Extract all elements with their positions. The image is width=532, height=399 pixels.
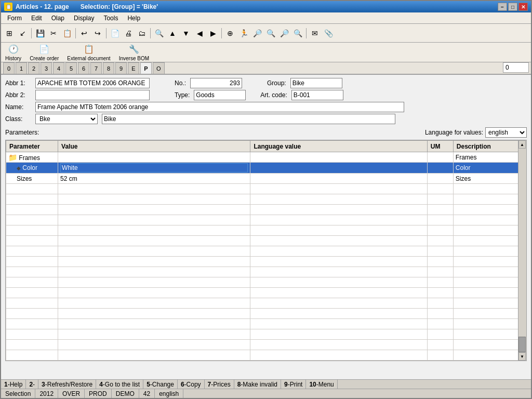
minimize-button[interactable]: − [498, 3, 507, 11]
tab-4[interactable]: 4 [53, 62, 64, 74]
menu-help[interactable]: Help [123, 14, 144, 23]
tab-p[interactable]: P [140, 62, 152, 74]
table-row-empty [6, 225, 526, 236]
tab-6[interactable]: 6 [78, 62, 89, 74]
toolbar-undo-btn[interactable]: ↩ [78, 27, 90, 39]
menu-edit[interactable]: Edit [27, 14, 46, 23]
table-row[interactable]: 📁 Frames Frames [6, 152, 526, 163]
shortcut-7[interactable]: 7-Prices [205, 380, 234, 389]
tab-5[interactable]: 5 [65, 62, 77, 74]
menu-form[interactable]: Form [3, 14, 26, 23]
toolbar-add-btn[interactable]: ⊕ [224, 27, 236, 39]
external-document-button[interactable]: 📋 External document [65, 43, 112, 62]
table-scrollbar[interactable]: ▲ ▼ [518, 140, 526, 361]
cell-value: 52 cm [58, 174, 250, 184]
scroll-thumb[interactable] [518, 337, 526, 352]
menu-tools[interactable]: Tools [99, 14, 122, 23]
cell-parameter: ◆ Color [6, 163, 58, 174]
maximize-button[interactable]: □ [508, 3, 517, 11]
art-code-label: Art. code: [260, 91, 287, 99]
toolbar-save-btn[interactable]: 💾 [34, 27, 46, 39]
tab-1[interactable]: 1 [16, 62, 27, 74]
tab-2[interactable]: 2 [28, 62, 39, 74]
cell-lang-value [250, 174, 427, 184]
params-table-container: Parameter Value Language value UM Descri… [5, 140, 527, 361]
toolbar-redo-btn[interactable]: ↪ [91, 27, 104, 39]
toolbar-srch3-btn[interactable]: 🔎 [278, 27, 290, 39]
table-row-empty [6, 350, 526, 361]
shortcut-3[interactable]: 3-Refresh/Restore [38, 380, 96, 389]
toolbar-srch2-btn[interactable]: 🔍 [264, 27, 277, 39]
abbr2-input[interactable] [35, 90, 150, 100]
inverse-bom-button[interactable]: 🔧 Inverse BOM [117, 43, 151, 62]
tab-0[interactable]: 0 [3, 62, 15, 74]
inverse-bom-label: Inverse BOM [119, 56, 149, 61]
status-num: 42 [139, 389, 155, 398]
create-order-button[interactable]: 📄 Create order [28, 43, 61, 62]
tab-o[interactable]: O [153, 62, 165, 74]
abbr1-input[interactable] [35, 78, 150, 88]
shortcut-5[interactable]: 5-Change [143, 380, 178, 389]
toolbar-new-btn[interactable]: 📄 [109, 27, 121, 39]
menu-olap[interactable]: Olap [47, 14, 69, 23]
toolbar-print-btn[interactable]: 🖨 [122, 27, 135, 39]
selection-text: Selection: [Group] = 'Bike' [81, 3, 158, 10]
group-input[interactable] [290, 78, 342, 88]
tab-9[interactable]: 9 [115, 62, 127, 74]
toolbar-attach-btn[interactable]: 📎 [322, 27, 335, 39]
class-row: Class: Bke [5, 114, 527, 124]
tab-8[interactable]: 8 [103, 62, 114, 74]
shortcut-2[interactable]: 2- [26, 380, 38, 389]
toolbar-up-btn[interactable]: ▲ [166, 27, 179, 39]
toolbar-down-btn[interactable]: ↙ [17, 27, 29, 39]
toolbar-srch4-btn[interactable]: 🔍 [291, 27, 304, 39]
menu-display[interactable]: Display [70, 14, 98, 23]
tab-e[interactable]: E [128, 62, 139, 74]
name-input[interactable] [35, 102, 404, 112]
toolbar-grid-btn[interactable]: ⊞ [3, 27, 16, 39]
title-text: Articles - 12. page [16, 3, 69, 10]
scroll-down-arrow[interactable]: ▼ [518, 352, 526, 361]
toolbar-sep2 [75, 28, 76, 38]
tab-7[interactable]: 7 [90, 62, 102, 74]
table-row[interactable]: ◆ Color Color [6, 163, 526, 174]
cell-value[interactable] [58, 163, 250, 174]
shortcut-8[interactable]: 8-Make invalid [234, 380, 281, 389]
toolbar-filter-btn[interactable]: 🔍 [153, 27, 165, 39]
history-button[interactable]: 🕐 History [3, 43, 23, 62]
toolbar-email-btn[interactable]: ✉ [309, 27, 321, 39]
shortcut-9[interactable]: 9-Print [281, 380, 306, 389]
table-row-empty [6, 267, 526, 277]
type-input[interactable] [194, 90, 246, 100]
toolbar-srch1-btn[interactable]: 🔎 [251, 27, 263, 39]
toolbar-dn-btn[interactable]: ▼ [180, 27, 192, 39]
tab-counter: 0 [503, 62, 529, 73]
shortcut-6[interactable]: 6-Copy [178, 380, 205, 389]
scroll-up-arrow[interactable]: ▲ [518, 140, 526, 149]
diamond-icon: ◆ [17, 165, 21, 171]
tab-3[interactable]: 3 [41, 62, 52, 74]
cell-description: Frames [453, 152, 526, 163]
shortcut-4[interactable]: 4-Go to the list [96, 380, 143, 389]
table-row-empty [6, 246, 526, 257]
toolbar-prev-btn[interactable]: ◀ [193, 27, 206, 39]
class-desc-input[interactable] [102, 114, 395, 124]
toolbar-next-btn[interactable]: ▶ [207, 27, 219, 39]
lang-select[interactable]: english german french [485, 127, 527, 138]
table-row-empty [6, 298, 526, 309]
close-button[interactable]: ✕ [518, 3, 528, 11]
shortcut-1[interactable]: 1-Help [1, 380, 26, 389]
no-input[interactable] [190, 78, 242, 88]
app-icon: 📋 [4, 3, 12, 11]
table-row[interactable]: Sizes 52 cm Sizes [6, 174, 526, 184]
art-code-input[interactable] [291, 90, 343, 100]
shortcut-10[interactable]: 10-Menu [306, 380, 337, 389]
history-icon: 🕐 [7, 44, 20, 55]
toolbar-copy-btn[interactable]: 📋 [61, 27, 73, 39]
toolbar-cut-btn[interactable]: ✂ [47, 27, 60, 39]
color-value-input[interactable] [60, 163, 248, 172]
col-um: UM [427, 141, 453, 152]
class-dropdown[interactable]: Bke [35, 114, 98, 124]
toolbar-folder-btn[interactable]: 🗂 [136, 27, 148, 39]
toolbar-run-btn[interactable]: 🏃 [237, 27, 250, 39]
